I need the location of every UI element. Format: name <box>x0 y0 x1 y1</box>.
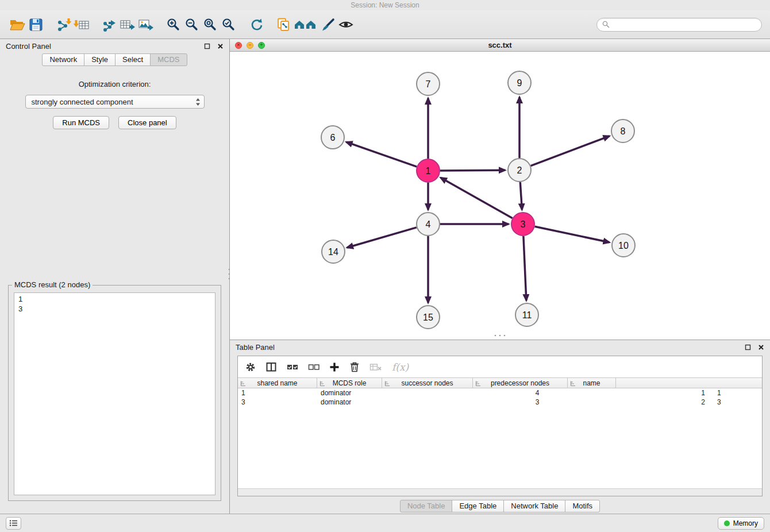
node-label: 14 <box>328 247 338 257</box>
column-header-name[interactable]: name <box>568 378 616 388</box>
tab-motifs[interactable]: Motifs <box>565 500 600 512</box>
open-folder-icon <box>9 17 25 32</box>
node-9[interactable]: 9 <box>508 71 531 94</box>
mcds-panel: Optimization criterion: strongly connect… <box>0 66 229 514</box>
tab-node-table[interactable]: Node Table <box>400 500 453 512</box>
zoom-in-icon <box>166 17 181 32</box>
tab-style[interactable]: Style <box>84 53 116 66</box>
save-session-button[interactable] <box>26 16 45 34</box>
float-table-panel-icon[interactable] <box>745 344 751 350</box>
memory-button[interactable]: Memory <box>718 517 764 530</box>
close-panel-icon[interactable] <box>217 43 224 49</box>
home-button[interactable] <box>293 16 318 34</box>
node-6[interactable]: 6 <box>321 126 344 149</box>
edge-1-6[interactable] <box>346 142 417 167</box>
table-row[interactable]: 1dominator411 <box>238 388 762 398</box>
node-15[interactable]: 15 <box>417 306 440 329</box>
column-attribute-icon <box>240 380 247 387</box>
delete-column-trash-icon[interactable] <box>349 361 360 372</box>
search-box[interactable] <box>596 18 762 32</box>
node-3[interactable]: 3 <box>511 213 534 236</box>
open-file-button[interactable] <box>8 16 26 34</box>
refresh-layout-button[interactable] <box>247 16 265 34</box>
tab-network-table[interactable]: Network Table <box>503 500 565 512</box>
node-8[interactable]: 8 <box>611 119 634 142</box>
run-mcds-button[interactable]: Run MCDS <box>53 116 109 129</box>
tab-edge-table[interactable]: Edge Table <box>452 500 504 512</box>
column-header-shared-name[interactable]: shared name <box>238 378 317 388</box>
node-2[interactable]: 2 <box>508 159 531 182</box>
edge-3-11[interactable] <box>523 236 526 300</box>
table-horizontal-scrollbar[interactable] <box>238 488 762 496</box>
show-columns-icon[interactable] <box>266 362 277 372</box>
float-panel-icon[interactable] <box>204 43 210 49</box>
column-header-successor-nodes[interactable]: successor nodes <box>382 378 473 388</box>
node-10[interactable]: 10 <box>612 234 635 257</box>
close-table-panel-icon[interactable] <box>758 344 764 350</box>
table-cell-predecessor-nodes: 1 <box>548 389 714 397</box>
edge-2-8[interactable] <box>531 136 610 166</box>
node-7[interactable]: 7 <box>417 72 440 95</box>
column-header-label: MCDS role <box>333 379 367 387</box>
table-panel-header: Table Panel <box>230 340 770 354</box>
main-toolbar <box>0 10 770 39</box>
node-label: 7 <box>426 79 431 89</box>
close-panel-button[interactable]: Close panel <box>118 116 176 129</box>
column-header-predecessor-nodes[interactable]: predecessor nodes <box>473 378 568 388</box>
node-14[interactable]: 14 <box>322 240 345 263</box>
edge-4-14[interactable] <box>347 228 417 248</box>
export-network-button[interactable] <box>100 16 118 34</box>
zoom-window-button[interactable]: + <box>258 42 265 49</box>
import-table-button[interactable] <box>72 16 91 34</box>
column-header-mcds-role[interactable]: MCDS role <box>317 378 382 388</box>
create-column-plus-icon[interactable] <box>329 362 340 372</box>
table-header-row: shared nameMCDS rolesuccessor nodesprede… <box>238 377 762 388</box>
zoom-selected-icon <box>221 17 236 32</box>
edge-1-2[interactable] <box>440 170 505 171</box>
network-canvas[interactable]: 7968124314101511 <box>230 52 770 340</box>
export-table-button[interactable] <box>118 16 137 34</box>
export-image-icon <box>138 17 154 32</box>
apply-style-button[interactable] <box>318 16 337 34</box>
zoom-fit-button[interactable] <box>201 16 220 34</box>
node-1[interactable]: 1 <box>417 159 440 182</box>
table-cell-mcds-role: dominator <box>317 398 382 406</box>
table-settings-gear-icon[interactable] <box>245 361 256 373</box>
window-title: Session: New Session <box>351 1 419 9</box>
zoom-out-button[interactable] <box>183 16 201 34</box>
table-panel-tabs: Node TableEdge TableNetwork TableMotifs <box>230 498 770 514</box>
table-cell-successor-nodes: 3 <box>382 398 548 406</box>
node-label: 1 <box>426 166 431 176</box>
deselect-all-columns-icon[interactable] <box>308 363 319 371</box>
show-hide-button[interactable] <box>337 16 355 34</box>
search-icon <box>602 21 610 28</box>
control-panel: Control Panel NetworkStyleSelectMCDS Opt… <box>0 39 230 514</box>
zoom-selected-button[interactable] <box>220 16 238 34</box>
export-image-button[interactable] <box>137 16 155 34</box>
tab-select[interactable]: Select <box>115 53 151 66</box>
edge-3-10[interactable] <box>535 226 610 242</box>
edge-3-1[interactable] <box>441 178 513 218</box>
close-window-button[interactable]: × <box>235 42 242 49</box>
search-input[interactable] <box>613 21 756 29</box>
select-all-columns-icon[interactable] <box>287 363 298 371</box>
horizontal-splitter-handle[interactable] <box>494 329 506 339</box>
optimization-criterion-select[interactable]: strongly connected component <box>25 95 205 109</box>
new-network-from-selection-button[interactable] <box>275 16 293 34</box>
zoom-in-button[interactable] <box>164 16 183 34</box>
edge-2-3[interactable] <box>520 182 522 210</box>
node-4[interactable]: 4 <box>417 213 440 236</box>
mcds-result-list: 13 <box>14 292 215 495</box>
column-header-label: predecessor nodes <box>491 379 549 387</box>
show-panels-list-button[interactable] <box>6 517 21 530</box>
column-attribute-icon <box>570 380 576 387</box>
status-bar: Memory <box>0 514 770 532</box>
node-11[interactable]: 11 <box>515 303 538 326</box>
save-icon <box>28 17 44 32</box>
minimize-window-button[interactable]: − <box>247 42 253 49</box>
table-body: 1dominator4113dominator323 <box>238 388 762 407</box>
import-network-button[interactable] <box>54 16 72 34</box>
tab-network[interactable]: Network <box>42 53 84 66</box>
tab-mcds[interactable]: MCDS <box>150 53 187 66</box>
table-row[interactable]: 3dominator323 <box>238 398 762 407</box>
